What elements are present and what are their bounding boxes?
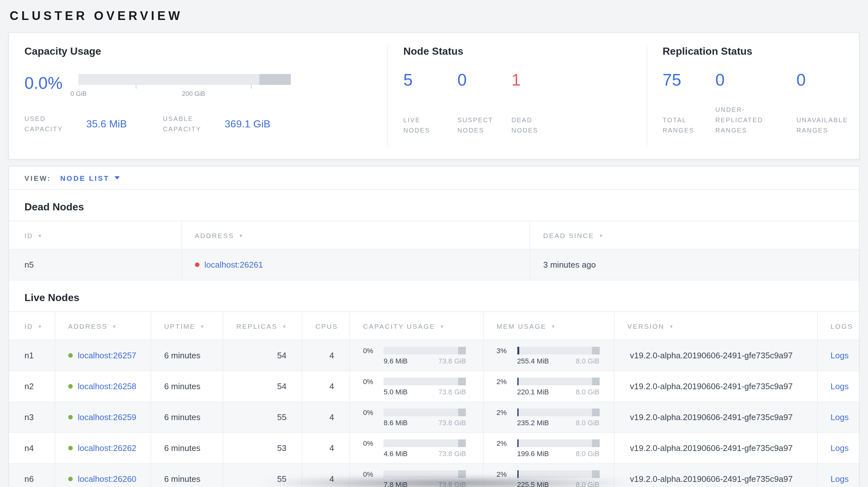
replication-stats: 75 TOTAL RANGES 0 UNDER- REPLICATED RANG… [662, 71, 863, 136]
dead-col-address[interactable]: ADDRESS [181, 221, 530, 249]
live-col-address[interactable]: ADDRESS [55, 312, 151, 340]
node-status-section: Node Status 5 LIVE NODES 0 SUSPECT NODES… [388, 44, 647, 147]
node-id: n2 [9, 371, 55, 402]
node-capacity-usage-cell: 0% 4.6 MiB73.8 GiB [350, 433, 483, 463]
node-address-cell: localhost:26260 [55, 463, 151, 487]
mem-percent: 2% [496, 408, 517, 416]
page-title: CLUSTER OVERVIEW [10, 9, 860, 23]
dead-nodes-count: 1 [512, 71, 566, 88]
suspect-nodes-label: SUSPECT NODES [458, 115, 512, 136]
logs-link[interactable]: Logs [831, 412, 849, 422]
capacity-mini-bar [383, 408, 466, 416]
suspect-nodes-stat: 0 SUSPECT NODES [458, 71, 512, 136]
live-col-logs: LOGS [817, 312, 859, 340]
live-nodes-stat: 5 LIVE NODES [403, 71, 458, 136]
dead-nodes-stat: 1 DEAD NODES [512, 71, 566, 136]
axis-tick [251, 85, 252, 89]
capacity-bar-track [79, 74, 291, 85]
capacity-bar-end [458, 439, 466, 447]
usable-capacity-label: USABLE CAPACITY [163, 114, 217, 134]
live-col-replicas[interactable]: REPLICAS [223, 312, 302, 340]
dead-node-address-link[interactable]: localhost:26261 [204, 260, 263, 269]
node-logs-cell: Logs [817, 371, 859, 402]
node-cpus: 4 [302, 402, 350, 433]
live-col-id[interactable]: ID [9, 312, 55, 340]
dead-col-id[interactable]: ID [9, 221, 181, 249]
capacity-mini-bar [383, 377, 466, 385]
mem-total: 8.0 GiB [576, 419, 599, 426]
capacity-used: 5.0 MiB [383, 388, 408, 395]
view-dropdown[interactable]: NODE LIST [60, 174, 120, 182]
node-replicas: 54 [223, 340, 302, 371]
node-address-link[interactable]: localhost:26258 [78, 382, 136, 391]
node-mem-usage-cell: 2% 220.1 MiB8.0 GiB [483, 371, 614, 402]
live-col-uptime[interactable]: UPTIME [151, 312, 223, 340]
live-status-dot-icon [68, 477, 73, 481]
node-uptime: 6 minutes [151, 371, 223, 402]
node-capacity-usage-cell: 0% 8.6 MiB73.8 GiB [350, 402, 483, 433]
node-uptime: 6 minutes [151, 433, 223, 463]
capacity-total: 73.8 GiB [438, 388, 466, 395]
under-replicated-ranges-count: 0 [715, 71, 796, 88]
node-id: n6 [9, 463, 55, 487]
node-address-link[interactable]: localhost:26262 [78, 443, 136, 453]
capacity-bar-reserved-segment [259, 74, 291, 85]
live-nodes-heading: Live Nodes [9, 292, 859, 304]
node-list-card: Dead Nodes ID ADDRESS DEAD SINCE n5 loca… [8, 189, 860, 487]
mem-percent: 2% [496, 439, 517, 447]
mem-mini-bar [517, 347, 599, 354]
view-selector-bar: VIEW: NODE LIST [8, 166, 860, 189]
mem-bar-fill [517, 408, 519, 416]
total-ranges-count: 75 [662, 71, 715, 88]
axis-label-mid: 200 GiB [182, 90, 205, 97]
unavailable-ranges-count: 0 [796, 71, 863, 88]
mem-bar-end [592, 347, 599, 354]
total-ranges-stat: 75 TOTAL RANGES [662, 71, 715, 136]
node-logs-cell: Logs [817, 463, 859, 487]
capacity-percent: 0% [363, 347, 383, 354]
node-address-link[interactable]: localhost:26257 [78, 351, 136, 360]
logs-link[interactable]: Logs [831, 351, 849, 360]
node-capacity-usage-cell: 0% 9.6 MiB73.8 GiB [350, 340, 483, 371]
capacity-bar-end [458, 347, 466, 354]
node-id: n4 [9, 433, 55, 463]
live-col-capacity-usage[interactable]: CAPACITY USAGE [350, 312, 483, 340]
capacity-percent: 0% [363, 470, 383, 478]
live-col-version[interactable]: VERSION [614, 312, 817, 340]
node-logs-cell: Logs [817, 340, 859, 371]
node-address-link[interactable]: localhost:26260 [78, 474, 136, 484]
mem-bar-fill [517, 470, 519, 478]
dead-col-dead-since[interactable]: DEAD SINCE [530, 221, 859, 249]
node-address-cell: localhost:26262 [55, 433, 151, 463]
dead-nodes-heading: Dead Nodes [9, 201, 859, 213]
dead-nodes-table: ID ADDRESS DEAD SINCE n5 localhost:26261… [9, 221, 859, 281]
node-address-cell: localhost:26259 [55, 402, 151, 433]
mem-bar-end [592, 408, 599, 416]
mem-bar-end [592, 470, 599, 478]
dead-node-dead-since: 3 minutes ago [530, 249, 859, 280]
live-status-dot-icon [68, 415, 73, 419]
node-status-title: Node Status [403, 46, 631, 57]
node-address-link[interactable]: localhost:26259 [78, 412, 136, 422]
mem-percent: 3% [496, 347, 517, 354]
logs-link[interactable]: Logs [831, 382, 849, 391]
mem-total: 8.0 GiB [576, 449, 599, 457]
mem-bar-fill [517, 347, 520, 354]
view-dropdown-value: NODE LIST [60, 174, 110, 182]
dead-status-dot-icon [195, 262, 199, 267]
mem-total: 8.0 GiB [576, 480, 599, 487]
capacity-total: 73.8 GiB [438, 480, 466, 487]
logs-link[interactable]: Logs [831, 443, 849, 453]
node-logs-cell: Logs [817, 402, 859, 433]
node-logs-cell: Logs [817, 433, 859, 463]
live-col-mem-usage[interactable]: MEM USAGE [483, 312, 614, 340]
used-capacity-detail: USED CAPACITY 35.6 MiB [25, 114, 127, 134]
live-node-row: n2 localhost:26258 6 minutes 54 4 0% 5.0… [9, 371, 859, 402]
mem-used: 235.2 MiB [517, 419, 549, 426]
page-body: CLUSTER OVERVIEW Capacity Usage 0.0% 0 G… [0, 0, 868, 487]
mem-bar-fill [517, 377, 519, 385]
mem-used: 199.6 MiB [517, 449, 549, 457]
mem-mini-bar [517, 470, 599, 478]
live-nodes-label: LIVE NODES [403, 115, 458, 136]
logs-link[interactable]: Logs [831, 474, 849, 484]
